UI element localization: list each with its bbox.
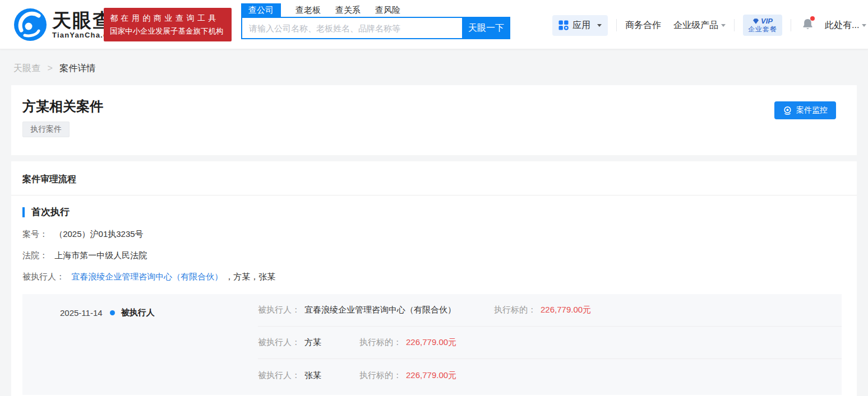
search-tabs: 查公司 查老板 查关系 查风险 xyxy=(241,3,400,18)
nav-divider xyxy=(734,19,735,31)
row-executee-label: 被执行人： xyxy=(258,370,300,381)
stage-accent-bar xyxy=(22,207,25,217)
search-button[interactable]: 天眼一下 xyxy=(462,17,510,39)
nav-divider xyxy=(616,19,617,31)
executee-others: ，方某，张某 xyxy=(225,272,275,281)
chevron-down-icon xyxy=(862,24,866,27)
apps-menu[interactable]: 应用 xyxy=(552,15,608,36)
timeline-rows: 被执行人： 宜春浪绫企业管理咨询中心（有限合伙） 执行标的： 226,779.0… xyxy=(258,294,842,392)
case-header-card: 方某相关案件 执行案件 案件监控 xyxy=(11,85,857,155)
case-number-value: （2025）沪01执3235号 xyxy=(54,229,143,239)
case-process-card: 案件审理流程 首次执行 案号： （2025）沪01执3235号 法院： 上海市第… xyxy=(11,161,857,396)
chevron-down-icon xyxy=(721,24,726,27)
case-type-tag: 执行案件 xyxy=(22,122,70,137)
row-person-name: 方某 xyxy=(304,337,321,348)
breadcrumb: 天眼查 > 案件详情 xyxy=(0,49,868,85)
breadcrumb-home[interactable]: 天眼查 xyxy=(13,63,40,73)
promo-banner[interactable]: 都在用的商业查询工具 国家中小企业发展子基金旗下机构 xyxy=(104,8,232,41)
search-tab-company[interactable]: 查公司 xyxy=(241,3,281,18)
table-row: 被执行人： 宜春浪绫企业管理咨询中心（有限合伙） 执行标的： 226,779.0… xyxy=(258,294,842,327)
section-divider xyxy=(11,195,857,195)
row-amount-value: 226,779.00元 xyxy=(406,337,456,348)
search-tab-boss[interactable]: 查老板 xyxy=(296,3,321,18)
section-title: 案件审理流程 xyxy=(22,174,846,185)
case-number-field: 案号： （2025）沪01执3235号 xyxy=(22,228,846,240)
table-row: 被执行人： 方某 执行标的： 226,779.00元 xyxy=(258,327,842,359)
case-monitor-button[interactable]: 案件监控 xyxy=(774,101,836,119)
promo-banner-line2: 国家中小企业发展子基金旗下机构 xyxy=(110,25,225,38)
notification-bell[interactable] xyxy=(802,18,814,32)
apps-menu-label: 应用 xyxy=(572,20,590,31)
row-amount-label: 执行标的： xyxy=(359,370,401,381)
page-title: 方某相关案件 xyxy=(22,98,846,115)
search-tab-relation[interactable]: 查关系 xyxy=(335,3,361,18)
apps-grid-icon xyxy=(558,20,569,30)
row-amount-label: 执行标的： xyxy=(494,305,536,315)
vip-gem-icon xyxy=(752,18,759,25)
timeline-block: 2025-11-14 被执行人 被执行人： 宜春浪绫企业管理咨询中心（有限合伙）… xyxy=(22,294,842,395)
row-amount-value: 226,779.00元 xyxy=(541,305,591,315)
nav-cooperation[interactable]: 商务合作 xyxy=(625,20,661,31)
monitor-camera-icon xyxy=(783,106,792,115)
vip-label: VIP xyxy=(761,17,773,25)
search-tab-risk[interactable]: 查风险 xyxy=(375,3,400,18)
notification-dot xyxy=(810,16,815,21)
court-label: 法院： xyxy=(22,250,48,260)
stage-header: 首次执行 xyxy=(22,206,846,218)
breadcrumb-current: 案件详情 xyxy=(59,63,95,73)
search-bar: 天眼一下 xyxy=(241,17,510,39)
stage-title: 首次执行 xyxy=(31,206,70,218)
header-nav: 应用 商务合作 企业级产品 VIP 企业套餐 xyxy=(552,13,866,37)
row-amount-label: 执行标的： xyxy=(359,337,401,348)
executee-field: 被执行人： 宜春浪绫企业管理咨询中心（有限合伙） ，方某，张某 xyxy=(22,271,846,282)
court-field: 法院： 上海市第一中级人民法院 xyxy=(22,249,846,261)
court-value: 上海市第一中级人民法院 xyxy=(54,250,147,260)
vip-package-badge[interactable]: VIP 企业套餐 xyxy=(743,15,782,36)
tianyancha-logo-icon xyxy=(13,8,47,41)
user-menu-label: 此处有... xyxy=(825,20,859,31)
header: 天眼查 TianYanCha.com 都在用的商业查询工具 国家中小企业发展子基… xyxy=(0,0,868,49)
vip-sublabel: 企业套餐 xyxy=(748,25,777,34)
promo-banner-line1: 都在用的商业查询工具 xyxy=(110,12,225,25)
timeline-dot-icon xyxy=(110,310,115,315)
nav-divider xyxy=(791,19,791,31)
row-executee-label: 被执行人： xyxy=(258,337,300,348)
user-menu[interactable]: 此处有... xyxy=(825,20,866,31)
nav-enterprise[interactable]: 企业级产品 xyxy=(673,20,718,31)
row-company-link[interactable]: 宜春浪绫企业管理咨询中心（有限合伙） xyxy=(304,305,456,315)
table-row: 被执行人： 张某 执行标的： 226,779.00元 xyxy=(258,359,842,392)
timeline-event: 2025-11-14 被执行人 xyxy=(60,308,155,318)
chevron-down-icon xyxy=(597,24,602,27)
case-number-label: 案号： xyxy=(22,229,48,239)
breadcrumb-separator: > xyxy=(47,63,52,73)
executee-label: 被执行人： xyxy=(22,272,64,281)
row-amount-value: 226,779.00元 xyxy=(406,370,456,381)
row-person-name: 张某 xyxy=(304,370,321,381)
search-input[interactable] xyxy=(241,17,462,39)
case-monitor-label: 案件监控 xyxy=(796,105,828,115)
row-executee-label: 被执行人： xyxy=(258,305,300,315)
executee-company-link[interactable]: 宜春浪绫企业管理咨询中心（有限合伙） xyxy=(71,272,223,281)
page: 天眼查 TianYanCha.com 都在用的商业查询工具 国家中小企业发展子基… xyxy=(0,0,868,396)
timeline-event-label: 被执行人 xyxy=(121,308,155,318)
timeline-date: 2025-11-14 xyxy=(60,308,103,318)
